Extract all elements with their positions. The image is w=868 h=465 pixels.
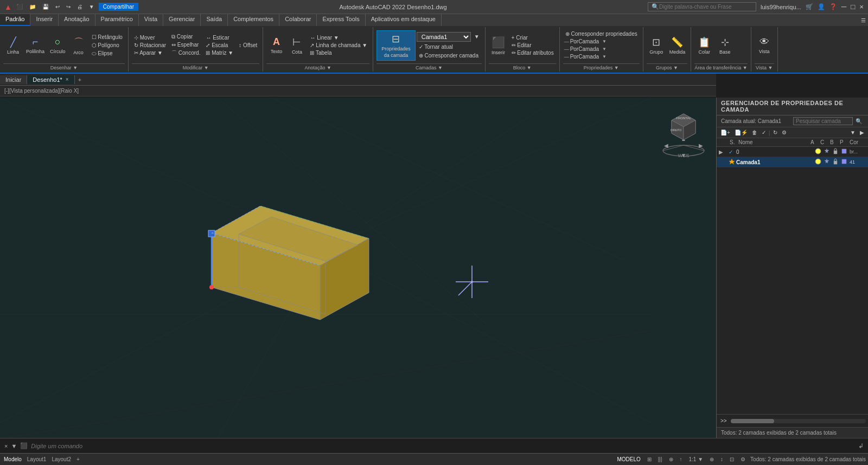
btn-snap[interactable]: ||| bbox=[656, 456, 664, 463]
tab-layout2[interactable]: Layout2 bbox=[50, 456, 73, 463]
btn-ortho[interactable]: ⊕ bbox=[667, 456, 675, 463]
btn-arco[interactable]: ⌒ Arco bbox=[69, 35, 88, 56]
btn-zoom[interactable]: ⊕ bbox=[708, 456, 716, 463]
cmd-x-btn[interactable]: × bbox=[4, 443, 8, 449]
btn-linear[interactable]: ↔ Linear ▼ bbox=[308, 34, 369, 41]
collapse-all-btn[interactable]: ▼ bbox=[848, 128, 857, 137]
ribbon-toggle[interactable]: ☰ bbox=[859, 16, 868, 24]
btn-colar[interactable]: 📋 Colar bbox=[694, 35, 714, 56]
new-btn[interactable]: ⬛ bbox=[14, 3, 25, 11]
row1-color[interactable]: 41 bbox=[850, 159, 866, 165]
tab-desenho1[interactable]: Desenho1* × bbox=[27, 75, 74, 84]
btn-matriz[interactable]: ⊞ Matriz ▼ bbox=[203, 49, 235, 56]
btn-editar[interactable]: ✏ Editar bbox=[509, 42, 556, 49]
settings-btn[interactable]: ⚙ bbox=[780, 128, 788, 137]
plot-btn[interactable]: 🖨 bbox=[75, 3, 85, 11]
tipo-dropdown[interactable]: ▼ bbox=[600, 46, 609, 52]
tab-add-button[interactable]: + bbox=[75, 75, 85, 84]
btn-concord[interactable]: ⌒ Concord. bbox=[169, 49, 202, 57]
row0-on[interactable] bbox=[815, 148, 822, 156]
row0-freeze[interactable] bbox=[824, 148, 831, 156]
canvas-area[interactable]: ▲ ▼ ◀ ▶ FRONTAL DIREITO WCS bbox=[0, 98, 716, 438]
btn-vista[interactable]: 👁 Vista bbox=[755, 35, 774, 55]
btn-settings[interactable]: ⚙ bbox=[739, 456, 747, 463]
open-btn[interactable]: 📁 bbox=[27, 3, 38, 11]
close-btn[interactable]: × bbox=[859, 3, 864, 11]
btn-medida[interactable]: 📏 Medida bbox=[667, 35, 688, 56]
row0-print[interactable] bbox=[841, 148, 848, 156]
btn-texto[interactable]: A Texto bbox=[266, 35, 286, 55]
btn-tabela[interactable]: ⊞ Tabela bbox=[308, 49, 369, 56]
layer-select[interactable]: Camada1 0 bbox=[417, 32, 471, 42]
btn-grupo[interactable]: ⊡ Grupo bbox=[647, 35, 666, 56]
col-a[interactable]: A bbox=[810, 139, 818, 145]
layer-dropdown-arrow[interactable]: ▼ bbox=[472, 33, 482, 40]
expand-all-btn[interactable]: ▶ bbox=[858, 128, 866, 137]
tab-colaborar[interactable]: Colaborar bbox=[279, 14, 317, 26]
btn-escala[interactable]: ⤢ Escala bbox=[203, 42, 235, 49]
cor-dropdown[interactable]: ▼ bbox=[600, 38, 609, 44]
cmd-arrow-btn[interactable]: ▼ bbox=[11, 443, 17, 449]
btn-tornar-atual[interactable]: ✓ Tornar atual bbox=[417, 43, 455, 50]
tab-gerenciar[interactable]: Gerenciar bbox=[163, 14, 201, 26]
row1-print[interactable] bbox=[841, 158, 848, 166]
btn-view-props[interactable]: ⊡ bbox=[728, 456, 736, 463]
btn-esticar[interactable]: ↔ Esticar bbox=[203, 34, 235, 41]
btn-offset[interactable]: ↕ Offset bbox=[237, 42, 259, 49]
btn-editar-atrib[interactable]: ✏ Editar atributos bbox=[509, 49, 556, 56]
tab-saida[interactable]: Saída bbox=[201, 14, 228, 26]
col-cor[interactable]: Cor bbox=[850, 139, 866, 145]
redo-btn[interactable]: ↪ bbox=[64, 3, 73, 11]
tab-iniciar[interactable]: Iniciar bbox=[0, 75, 27, 84]
new-layer-notify-btn[interactable]: 📄⚡ bbox=[733, 128, 749, 137]
col-c[interactable]: C bbox=[820, 139, 828, 145]
tab-inserir[interactable]: Inserir bbox=[30, 14, 59, 26]
btn-espelhar[interactable]: ⇔ Espelhar bbox=[169, 41, 202, 48]
btn-elipse[interactable]: ⬭ Elipse bbox=[90, 50, 125, 57]
btn-retangulo[interactable]: ☐ Retângulo bbox=[90, 34, 125, 41]
layer-search-btn[interactable]: 🔍 bbox=[854, 117, 864, 125]
tab-padrao[interactable]: Padrão bbox=[0, 14, 30, 26]
delete-layer-btn[interactable]: 🗑 bbox=[750, 128, 759, 137]
viewcube-container[interactable]: ▲ ▼ ◀ ▶ FRONTAL DIREITO WCS bbox=[656, 103, 711, 168]
tab-layout1[interactable]: Layout1 bbox=[25, 456, 48, 463]
cmd-input[interactable] bbox=[31, 443, 855, 449]
col-p[interactable]: P bbox=[840, 139, 847, 145]
panel-expand-btn[interactable]: >> bbox=[719, 417, 729, 425]
tab-anotacao[interactable]: Anotação bbox=[59, 14, 95, 26]
btn-prop-camada[interactable]: ⊟ Propriedades da camada bbox=[376, 30, 416, 61]
save-btn[interactable]: 💾 bbox=[40, 3, 51, 11]
btn-inserir[interactable]: ⬛ Inserir bbox=[489, 35, 508, 56]
row1-freeze[interactable] bbox=[824, 158, 831, 166]
btn-cota[interactable]: ⊢ Cota bbox=[287, 35, 307, 56]
btn-copiar[interactable]: ⧉ Copiar bbox=[169, 33, 202, 41]
row0-lock[interactable] bbox=[832, 148, 840, 156]
row1-lock[interactable] bbox=[832, 158, 840, 166]
row1-on[interactable] bbox=[815, 158, 822, 166]
col-b[interactable]: B bbox=[830, 139, 838, 145]
tab-add-layout[interactable]: + bbox=[75, 456, 81, 463]
minimize-btn[interactable]: ─ bbox=[841, 3, 846, 11]
undo-btn[interactable]: ↩ bbox=[53, 3, 62, 11]
btn-linha-chamada[interactable]: ↗ Linha de chamada ▼ bbox=[308, 42, 369, 49]
btn-criar[interactable]: + Criar bbox=[509, 34, 556, 41]
set-current-btn[interactable]: ✓ bbox=[760, 128, 768, 137]
btn-linha[interactable]: ╱ Linha bbox=[3, 35, 23, 56]
btn-polilinha[interactable]: ⌐ Polilinha bbox=[24, 35, 47, 55]
btn-corresponder-prop[interactable]: ⊕ Corresponder propriedades bbox=[563, 30, 640, 37]
btn-scale[interactable]: 1:1 ▼ bbox=[687, 456, 705, 463]
btn-grid[interactable]: ⊞ bbox=[646, 456, 653, 463]
tab-vista[interactable]: Vista bbox=[139, 14, 163, 26]
btn-base[interactable]: ⊹ Base bbox=[715, 35, 735, 56]
tab-complementos[interactable]: Complementos bbox=[228, 14, 279, 26]
row0-color[interactable]: br... bbox=[850, 149, 866, 154]
btn-aparar[interactable]: ✂ Aparar ▼ bbox=[132, 49, 168, 56]
new-layer-btn[interactable]: 📄+ bbox=[719, 128, 732, 137]
tab-express[interactable]: Express Tools bbox=[317, 14, 365, 26]
maximize-btn[interactable]: □ bbox=[851, 3, 855, 11]
search-input[interactable] bbox=[659, 4, 746, 10]
layer-search-input[interactable] bbox=[793, 117, 853, 125]
refresh-btn[interactable]: ↻ bbox=[771, 128, 779, 137]
layer-row-0[interactable]: ▶ ✓ 0 br... bbox=[717, 147, 868, 157]
qa-dropdown[interactable]: ▼ bbox=[87, 3, 97, 11]
